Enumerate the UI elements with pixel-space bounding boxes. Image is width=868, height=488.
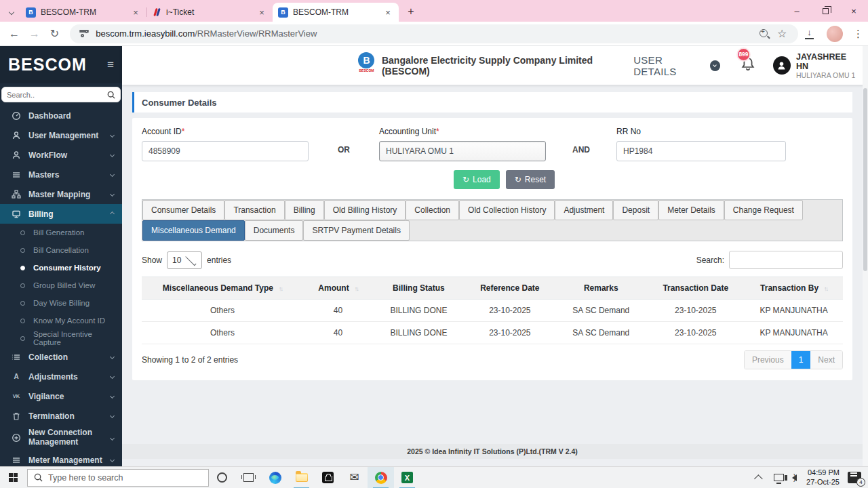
col-demand-type[interactable]: Miscellaneous Demand Type↑↓ <box>142 277 303 300</box>
sidebar-item-masters[interactable]: Masters <box>0 165 122 184</box>
user-avatar[interactable] <box>773 56 791 75</box>
network-icon[interactable] <box>774 474 784 481</box>
sidebar-item-adjustments[interactable]: A Adjustments <box>0 367 122 386</box>
window-close-button[interactable]: × <box>840 0 868 22</box>
col-amount[interactable]: Amount↑↓ <box>303 277 373 300</box>
tab-srtpv-payment-details[interactable]: SRTPV Payment Details <box>303 220 410 241</box>
forward-button[interactable]: → <box>24 28 45 40</box>
speaker-icon[interactable] <box>792 474 797 481</box>
sidebar-search-input[interactable] <box>7 91 107 99</box>
tab-change-request[interactable]: Change Request <box>724 200 803 220</box>
sidebar-item-collection[interactable]: Collection <box>0 347 122 367</box>
col-reference-date[interactable]: Reference Date <box>465 277 555 300</box>
col-transaction-by[interactable]: Transaction By↑↓ <box>745 277 843 300</box>
accounting-unit-field[interactable] <box>379 141 546 161</box>
sidebar-item-master-mapping[interactable]: Master Mapping <box>0 184 122 204</box>
chrome-button[interactable] <box>368 467 394 488</box>
scrollbar-thumb[interactable] <box>863 88 867 271</box>
tab-billing[interactable]: Billing <box>285 200 324 220</box>
window-restore-button[interactable] <box>811 0 840 22</box>
account-id-field[interactable] <box>142 141 309 161</box>
sidebar-subitem-consumer-history[interactable]: Consumer History <box>0 259 122 277</box>
bullet-icon <box>20 319 25 323</box>
sidebar-item-billing[interactable]: Billing <box>0 204 122 224</box>
mail-button[interactable]: ✉ <box>341 467 368 488</box>
tab-search-button[interactable] <box>3 3 20 22</box>
sidebar-item-dashboard[interactable]: Dashboard <box>0 106 122 125</box>
user-details-dropdown[interactable]: USER DETAILS <box>633 54 720 77</box>
tab-documents[interactable]: Documents <box>245 220 304 241</box>
downloads-icon[interactable] <box>805 29 814 39</box>
tab-collection[interactable]: Collection <box>406 200 459 220</box>
notifications-button[interactable]: 899 <box>741 56 755 75</box>
pagination-previous[interactable]: Previous <box>745 351 791 369</box>
tab-consumer-details[interactable]: Consumer Details <box>142 200 224 220</box>
reload-button[interactable]: ↻ <box>45 27 65 40</box>
tab-transaction[interactable]: Transaction <box>224 200 284 220</box>
browser-menu-icon[interactable]: ⋮ <box>853 28 863 40</box>
tab-meter-details[interactable]: Meter Details <box>658 200 724 220</box>
sidebar-search[interactable] <box>1 87 121 102</box>
and-label: AND <box>546 127 616 161</box>
dashboard-icon <box>12 111 21 121</box>
back-button[interactable]: ← <box>4 28 24 40</box>
tab-close-icon[interactable]: × <box>256 7 267 18</box>
action-center-icon[interactable]: 4 <box>848 472 861 483</box>
rr-no-field[interactable] <box>616 141 786 161</box>
hamburger-icon[interactable]: ≡ <box>107 58 114 72</box>
window-minimize-button[interactable]: – <box>783 0 811 22</box>
sidebar-item-vigilance[interactable]: VK Vigilance <box>0 386 122 406</box>
url-field[interactable]: bescom.trm.ieasybill.com/RRMasterView/RR… <box>70 24 798 43</box>
sidebar-item-termination[interactable]: Termination <box>0 406 122 426</box>
monitor-icon <box>12 209 21 219</box>
sidebar-subitem-special-incentive-capture[interactable]: Special Incentive Capture <box>0 329 122 347</box>
tab-old-billing-history[interactable]: Old Billing History <box>324 200 406 220</box>
tab-miscellaneous-demand[interactable]: Miscellaneous Demand <box>142 220 245 241</box>
user-info[interactable]: JAYASHREE HN HULIYARA OMU 1 <box>796 52 859 79</box>
col-transaction-date[interactable]: Transaction Date <box>646 277 745 300</box>
sidebar-subitem-day-wise-billing[interactable]: Day Wise Billing <box>0 294 122 312</box>
site-settings-icon[interactable] <box>79 30 90 38</box>
tab-old-collection-history[interactable]: Old Collection History <box>459 200 555 220</box>
edge-button[interactable] <box>262 467 288 488</box>
excel-button[interactable]: X <box>394 467 420 488</box>
sidebar-subitem-bill-generation[interactable]: Bill Generation <box>0 224 122 241</box>
sidebar-subitem-know-my-account-id[interactable]: Know My Account ID <box>0 312 122 329</box>
cortana-button[interactable] <box>209 467 235 488</box>
store-button[interactable] <box>315 467 341 488</box>
sidebar-subitem-bill-cancellation[interactable]: Bill Cancellation <box>0 241 122 259</box>
sidebar-item-user-management[interactable]: User Management <box>0 125 122 145</box>
task-view-button[interactable] <box>235 467 262 488</box>
page-url[interactable]: bescom.trm.ieasybill.com/RRMasterView/RR… <box>96 28 755 39</box>
tab-close-icon[interactable]: × <box>130 7 141 18</box>
page-size-select[interactable]: 10 <box>167 251 202 269</box>
start-button[interactable] <box>0 467 27 488</box>
tab-deposit[interactable]: Deposit <box>613 200 658 220</box>
reset-button[interactable]: ↻Reset <box>506 170 555 189</box>
pagination-page-1[interactable]: 1 <box>791 351 811 369</box>
browser-tab-bescom-2-active[interactable]: B BESCOM-TRM × <box>273 3 399 22</box>
sidebar-item-workflow[interactable]: WorkFlow <box>0 145 122 165</box>
load-button[interactable]: ↻Load <box>454 170 500 189</box>
tab-adjustment[interactable]: Adjustment <box>555 200 613 220</box>
table-search-input[interactable] <box>729 251 843 269</box>
browser-scrollbar[interactable] <box>863 46 868 466</box>
file-explorer-button[interactable] <box>288 467 315 488</box>
sort-icon: ↑↓ <box>279 285 282 292</box>
browser-tab-bescom-1[interactable]: B BESCOM-TRM × <box>20 3 146 22</box>
col-remarks[interactable]: Remarks <box>555 277 646 300</box>
sidebar-subitem-group-billed-view[interactable]: Group Billed View <box>0 277 122 294</box>
tab-close-icon[interactable]: × <box>382 7 393 18</box>
col-billing-status[interactable]: Billing Status <box>373 277 464 300</box>
new-tab-button[interactable]: + <box>403 3 419 20</box>
bookmark-star-icon[interactable]: ☆ <box>777 27 787 40</box>
taskbar-search[interactable]: Type here to search <box>27 469 209 487</box>
browser-tab-iticket[interactable]: i~Ticket × <box>146 3 273 22</box>
pagination-next[interactable]: Next <box>810 351 842 369</box>
sidebar-item-new-connection-management[interactable]: New Connection Management <box>0 426 122 450</box>
tray-expand-icon[interactable] <box>754 474 763 483</box>
sidebar-item-meter-management[interactable]: Meter Management <box>0 450 122 466</box>
taskbar-clock[interactable]: 04:59 PM 27-Oct-25 <box>806 468 840 487</box>
zoom-icon[interactable] <box>760 28 768 39</box>
browser-profile-avatar[interactable] <box>827 26 843 42</box>
